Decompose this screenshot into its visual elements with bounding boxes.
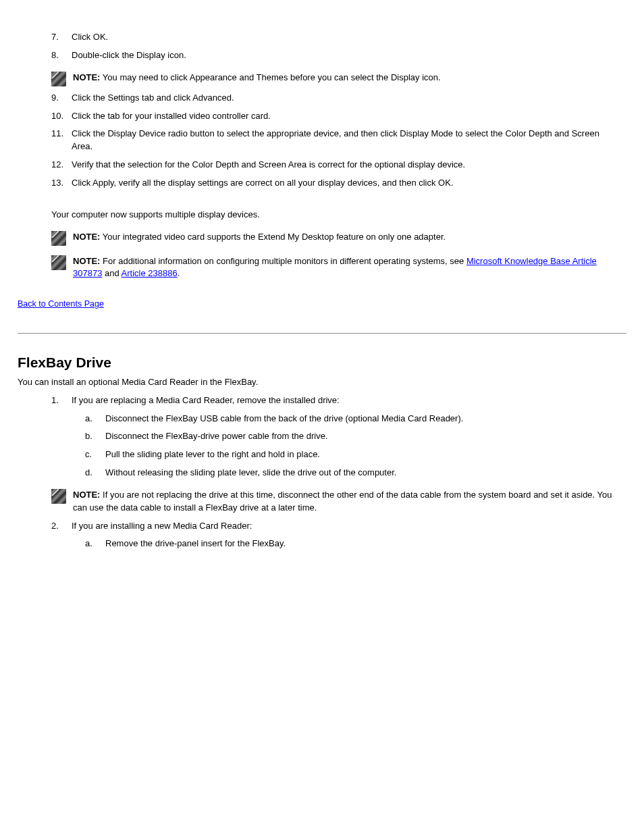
step-10: 10. Click the tab for your installed vid… <box>51 110 626 123</box>
section-lead: You can install an optional Media Card R… <box>18 376 626 389</box>
step-number: a. <box>85 413 105 425</box>
substep-b: b. Disconnect the FlexBay-drive power ca… <box>85 430 626 443</box>
step-text: Click the Display Device radio button to… <box>72 128 613 153</box>
note-pre: For additional information on configurin… <box>100 256 466 266</box>
step-9: 9. Click the Settings tab and click Adva… <box>51 92 626 105</box>
step-number: 8. <box>51 49 72 62</box>
step-text: Double-click the Display icon. <box>72 49 613 62</box>
step-number: d. <box>85 467 105 479</box>
note-post: . <box>178 268 180 278</box>
note-extend-desktop: NOTE: Your integrated video card support… <box>51 231 626 246</box>
note-text: NOTE: For additional information on conf… <box>73 255 613 281</box>
step-text: Without releasing the sliding plate leve… <box>105 467 613 479</box>
step-2: 2. If you are installing a new Media Car… <box>51 520 626 533</box>
substep-c: c. Pull the sliding plate lever to the r… <box>85 448 626 461</box>
pencil-note-icon <box>51 255 66 270</box>
step-11: 11. Click the Display Device radio butto… <box>51 128 626 153</box>
step-13: 13. Click Apply, verify all the display … <box>51 177 626 190</box>
step-7: 7. Click OK. <box>51 31 626 44</box>
note-label: NOTE: <box>73 232 100 242</box>
step-12: 12. Verify that the selection for the Co… <box>51 159 626 172</box>
note-appearance-themes: NOTE: You may need to click Appearance a… <box>51 72 626 86</box>
pencil-note-icon <box>51 72 66 86</box>
step-text: Disconnect the FlexBay-drive power cable… <box>105 430 613 443</box>
step-number: c. <box>85 448 105 461</box>
note-label: NOTE: <box>73 490 100 500</box>
step-number: 1. <box>51 394 72 407</box>
step-text: If you are installing a new Media Card R… <box>72 520 613 533</box>
section-title-flexbay: FlexBay Drive <box>18 353 626 373</box>
step-text: Click Apply, verify all the display sett… <box>72 177 613 190</box>
substep-a-2: a. Remove the drive-panel insert for the… <box>85 538 626 550</box>
step-number: 13. <box>51 177 72 190</box>
step-number: a. <box>85 538 105 550</box>
pencil-note-icon <box>51 489 66 504</box>
back-to-contents: Back to Contents Page <box>18 298 626 310</box>
step-text: If you are replacing a Media Card Reader… <box>72 394 613 407</box>
step-1: 1. If you are replacing a Media Card Rea… <box>51 394 626 407</box>
closing-text: Your computer now supports multiple disp… <box>51 209 626 221</box>
step-text: Pull the sliding plate lever to the righ… <box>105 448 613 461</box>
step-text: Disconnect the FlexBay USB cable from th… <box>105 413 613 425</box>
step-8: 8. Double-click the Display icon. <box>51 49 626 62</box>
step-number: 12. <box>51 159 72 172</box>
substep-a: a. Disconnect the FlexBay USB cable from… <box>85 413 626 425</box>
note-body-text: Your integrated video card supports the … <box>100 232 446 242</box>
install-steps-continued: 7. Click OK. 8. Double-click the Display… <box>18 31 626 280</box>
step-number: 10. <box>51 110 72 123</box>
note-label: NOTE: <box>73 256 100 266</box>
step-number: 11. <box>51 128 72 153</box>
step-text: Click the Settings tab and click Advance… <box>72 92 613 105</box>
step-number: b. <box>85 430 105 443</box>
step-number: 9. <box>51 92 72 105</box>
substep-d: d. Without releasing the sliding plate l… <box>85 467 626 479</box>
note-not-replacing: NOTE: If you are not replacing the drive… <box>51 489 626 515</box>
note-label: NOTE: <box>73 72 100 82</box>
note-kb-articles: NOTE: For additional information on conf… <box>51 255 626 281</box>
step-number: 7. <box>51 31 72 44</box>
note-text: NOTE: You may need to click Appearance a… <box>73 72 613 84</box>
note-body-text: If you are not replacing the drive at th… <box>73 490 612 513</box>
kb-article-link-238886[interactable]: Article 238886 <box>122 268 178 278</box>
note-text: NOTE: Your integrated video card support… <box>73 231 613 244</box>
section-divider <box>18 333 626 334</box>
note-body-text: You may need to click Appearance and The… <box>100 72 440 82</box>
pencil-note-icon <box>51 231 66 246</box>
step-text: Remove the drive-panel insert for the Fl… <box>105 538 613 550</box>
note-text: NOTE: If you are not replacing the drive… <box>73 489 613 515</box>
step-text: Click the tab for your installed video c… <box>72 110 613 123</box>
back-to-contents-link[interactable]: Back to Contents Page <box>18 299 104 309</box>
note-mid: and <box>102 268 121 278</box>
step-text: Verify that the selection for the Color … <box>72 159 613 172</box>
step-number: 2. <box>51 520 72 533</box>
flexbay-steps: 1. If you are replacing a Media Card Rea… <box>18 394 626 551</box>
step-text: Click OK. <box>72 31 613 44</box>
